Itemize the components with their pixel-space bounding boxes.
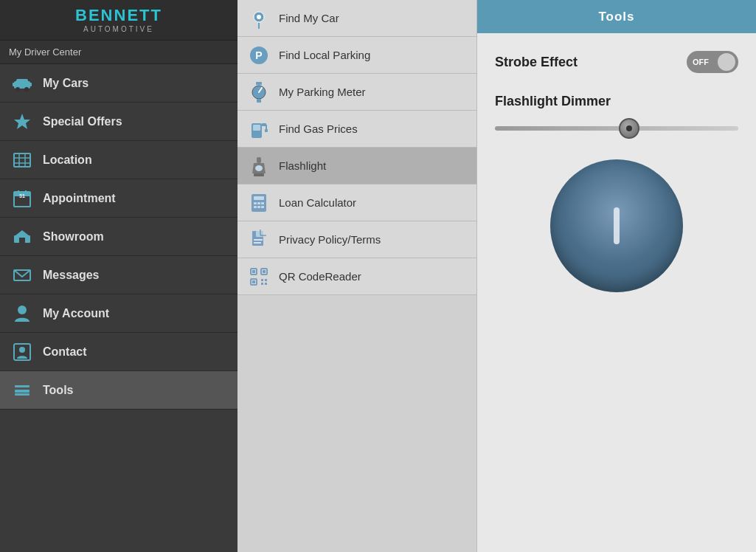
sidebar-label-contact: Contact	[43, 345, 87, 359]
sidebar-label-special-offers: Special Offers	[43, 115, 122, 128]
find-my-car-icon	[248, 7, 270, 30]
svg-rect-52	[256, 231, 263, 237]
svg-rect-7	[14, 153, 30, 167]
svg-rect-61	[252, 280, 255, 283]
tools-menu-find-my-car[interactable]: Find My Car	[237, 0, 476, 37]
svg-text:31: 31	[19, 193, 25, 199]
svg-rect-45	[254, 202, 257, 204]
sidebar-item-my-account[interactable]: My Account	[0, 294, 237, 333]
doc-icon	[248, 229, 270, 251]
svg-rect-35	[253, 125, 260, 131]
envelope-icon	[10, 263, 34, 287]
sidebar-item-messages[interactable]: Messages	[0, 256, 237, 294]
right-panel: Tools Strobe Effect OFF Flashlight Dimme…	[477, 0, 756, 552]
svg-rect-25	[15, 393, 30, 396]
brand-name: BENNETT	[75, 7, 162, 24]
tools-label-find-local-parking: Find Local Parking	[279, 49, 370, 61]
gas-icon	[248, 118, 270, 140]
svg-rect-54	[254, 242, 261, 244]
dimmer-thumb-inner	[626, 125, 632, 131]
svg-rect-60	[263, 270, 266, 273]
svg-rect-44	[254, 196, 264, 200]
svg-rect-62	[261, 279, 263, 281]
sidebar-label-my-account: My Account	[43, 307, 109, 320]
svg-point-22	[19, 347, 25, 353]
svg-rect-53	[254, 239, 263, 241]
sidebar-item-contact[interactable]: Contact	[0, 333, 237, 371]
qr-icon	[248, 266, 270, 288]
tools-icon	[10, 379, 34, 402]
tools-menu-flashlight[interactable]: Flashlight	[237, 148, 476, 184]
svg-rect-24	[15, 385, 30, 387]
svg-rect-5	[29, 83, 32, 86]
sidebar-label-showroom: Showroom	[43, 230, 104, 244]
sidebar-item-appointment[interactable]: 31 Appointment	[0, 179, 237, 218]
svg-text:P: P	[255, 49, 262, 61]
strobe-row: Strobe Effect OFF	[495, 51, 738, 73]
toggle-off-label: OFF	[693, 58, 709, 66]
calc-icon	[248, 192, 270, 214]
tools-menu-loan-calculator[interactable]: Loan Calculator	[237, 184, 476, 221]
svg-rect-50	[261, 206, 264, 208]
svg-rect-18	[19, 238, 25, 243]
driver-center-label: My Driver Center	[0, 41, 237, 64]
sidebar-label-my-cars: My Cars	[43, 77, 89, 90]
sidebar-item-showroom[interactable]: Showroom	[0, 218, 237, 256]
svg-rect-1	[16, 79, 28, 83]
svg-rect-33	[257, 99, 261, 103]
parking-icon: P	[248, 44, 270, 66]
flashlight-bulb-container	[495, 159, 738, 292]
svg-point-2	[15, 87, 20, 92]
tools-label-find-gas-prices: Find Gas Prices	[279, 123, 358, 135]
sidebar-logo: BENNETT AUTOMOTIVE	[0, 0, 237, 41]
sidebar-item-tools[interactable]: Tools	[0, 371, 237, 410]
tools-menu: Find My Car P Find Local Parking My Park…	[237, 0, 477, 552]
meter-icon	[248, 81, 270, 103]
dimmer-slider-container	[495, 120, 738, 137]
svg-rect-38	[265, 129, 268, 132]
tools-label-flashlight: Flashlight	[279, 159, 326, 172]
tools-menu-find-gas-prices[interactable]: Find Gas Prices	[237, 111, 476, 148]
svg-rect-65	[265, 283, 267, 285]
tools-label-qr-code: QR CodeReader	[279, 270, 361, 283]
svg-rect-41	[254, 173, 264, 176]
sidebar-item-location[interactable]: Location	[0, 141, 237, 179]
svg-point-3	[24, 87, 29, 92]
dimmer-track	[495, 126, 738, 131]
svg-rect-49	[257, 206, 260, 208]
star-icon	[10, 110, 34, 134]
tools-label-my-parking-meter: My Parking Meter	[279, 86, 366, 98]
tools-menu-qr-code[interactable]: QR CodeReader	[237, 258, 476, 295]
sidebar-label-tools: Tools	[43, 384, 73, 397]
svg-point-27	[257, 15, 261, 19]
svg-rect-30	[256, 82, 262, 85]
flashlight-bulb	[550, 159, 683, 292]
dimmer-thumb[interactable]	[619, 118, 639, 139]
svg-rect-23	[15, 390, 30, 393]
right-panel-header: Tools	[477, 0, 756, 33]
map-icon	[10, 148, 34, 172]
svg-rect-64	[261, 283, 263, 285]
sidebar-label-location: Location	[43, 153, 92, 167]
contact-icon	[10, 340, 34, 364]
strobe-label: Strobe Effect	[495, 55, 578, 70]
svg-point-42	[255, 165, 263, 171]
dimmer-label: Flashlight Dimmer	[495, 94, 738, 109]
svg-rect-59	[252, 270, 255, 273]
svg-point-20	[18, 306, 27, 314]
tools-menu-my-parking-meter[interactable]: My Parking Meter	[237, 74, 476, 111]
flashlight-icon	[248, 155, 270, 177]
tools-label-find-my-car: Find My Car	[279, 12, 339, 24]
tools-menu-find-local-parking[interactable]: P Find Local Parking	[237, 37, 476, 74]
sidebar-item-my-cars[interactable]: My Cars	[0, 64, 237, 103]
right-panel-content: Strobe Effect OFF Flashlight Dimmer	[477, 33, 756, 552]
svg-marker-6	[14, 114, 30, 129]
svg-rect-48	[254, 206, 257, 208]
sidebar-label-messages: Messages	[43, 269, 100, 282]
sidebar-item-special-offers[interactable]: Special Offers	[0, 103, 237, 141]
svg-rect-47	[261, 202, 264, 204]
bulb-filament	[614, 207, 620, 244]
tools-menu-privacy-policy[interactable]: Privacy Policy/Terms	[237, 221, 476, 258]
strobe-toggle[interactable]: OFF	[687, 51, 738, 73]
svg-rect-46	[257, 202, 260, 204]
